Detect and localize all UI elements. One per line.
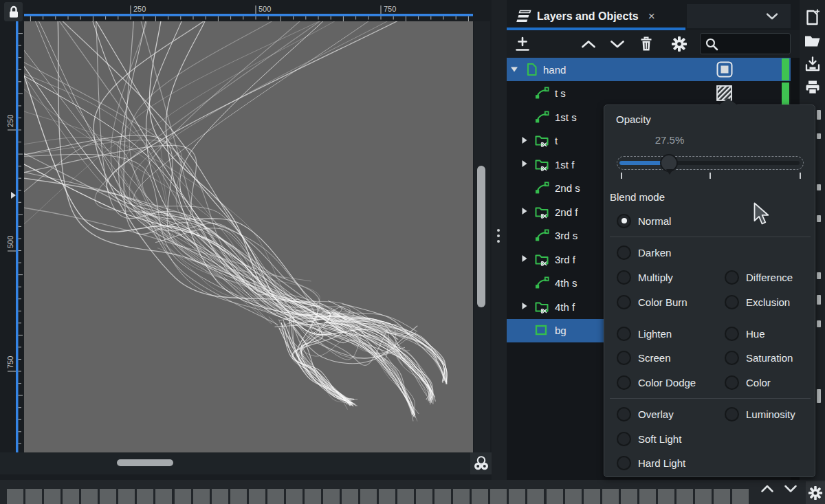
expander-open-icon[interactable]	[510, 65, 518, 73]
move-up-button[interactable]	[577, 33, 600, 55]
palette-swatch[interactable]	[714, 489, 730, 504]
blend-mode-lighten[interactable]: Lighten	[617, 325, 672, 342]
palette-swatch[interactable]	[434, 489, 451, 504]
blend-mode-hue[interactable]: Hue	[725, 325, 765, 342]
tab-close-button[interactable]: ×	[648, 10, 655, 22]
blend-mode-soft-light[interactable]: Soft Light	[617, 430, 681, 448]
layer-row-hand[interactable]: hand	[507, 58, 791, 81]
move-down-button[interactable]	[606, 33, 629, 55]
palette-swatch[interactable]	[509, 489, 525, 504]
blend-mode-darken[interactable]: Darken	[617, 243, 671, 261]
radio-button[interactable]	[725, 351, 739, 365]
expander-closed-icon[interactable]	[520, 160, 528, 168]
palette-swatch[interactable]	[602, 489, 619, 504]
palette-swatch[interactable]	[193, 489, 210, 504]
panel-splitter[interactable]	[492, 0, 507, 480]
palette-swatch[interactable]	[472, 489, 488, 504]
blend-opacity-badge[interactable]	[716, 61, 733, 80]
blend-mode-saturation[interactable]: Saturation	[725, 349, 793, 366]
palette-swatch[interactable]	[584, 489, 600, 504]
color-managed-mode-button[interactable]	[470, 452, 492, 474]
horizontal-scrollbar-thumb[interactable]	[117, 459, 173, 466]
palette-swatch[interactable]	[676, 489, 693, 504]
palette-scroll-down-button[interactable]	[782, 482, 799, 494]
palette-swatch[interactable]	[100, 489, 116, 504]
tab-layers-and-objects[interactable]: Layers and Objects ×	[507, 4, 685, 28]
vertical-scrollbar-thumb[interactable]	[477, 166, 485, 307]
palette-swatch[interactable]	[137, 489, 153, 504]
expander-closed-icon[interactable]	[520, 207, 528, 215]
layer-settings-button[interactable]	[668, 33, 691, 55]
palette-swatch[interactable]	[212, 489, 228, 504]
blend-mode-exclusion[interactable]: Exclusion	[725, 293, 790, 311]
radio-button[interactable]	[617, 407, 631, 421]
radio-button[interactable]	[617, 214, 631, 228]
panel-dropdown-area[interactable]	[687, 4, 791, 28]
radio-button[interactable]	[725, 295, 739, 309]
radio-button[interactable]	[725, 407, 739, 421]
delete-item-button[interactable]	[635, 33, 658, 55]
blend-mode-multiply[interactable]: Multiply	[617, 268, 673, 286]
radio-button[interactable]	[725, 375, 739, 390]
print-button[interactable]	[803, 77, 822, 98]
blend-mode-color[interactable]: Color	[725, 373, 771, 391]
palette-swatch[interactable]	[658, 489, 674, 504]
radio-button[interactable]	[617, 327, 631, 341]
search-box[interactable]	[700, 33, 791, 54]
palette-swatch[interactable]	[118, 489, 135, 504]
palette-swatch[interactable]	[360, 489, 377, 504]
palette-swatch[interactable]	[397, 489, 414, 504]
add-layer-button[interactable]	[511, 33, 534, 55]
radio-button[interactable]	[617, 295, 631, 309]
palette-swatch[interactable]	[639, 489, 656, 504]
palette-swatch[interactable]	[249, 489, 265, 504]
open-folder-button[interactable]	[803, 30, 822, 51]
radio-button[interactable]	[617, 432, 631, 446]
opacity-indicator-icon[interactable]	[716, 61, 733, 78]
search-input[interactable]	[721, 38, 786, 50]
radio-button[interactable]	[617, 456, 631, 470]
palette-swatch[interactable]	[305, 489, 321, 504]
palette-swatch[interactable]	[267, 489, 284, 504]
blend-mode-overlay[interactable]: Overlay	[617, 405, 674, 423]
palette-swatch[interactable]	[527, 489, 544, 504]
new-document-button[interactable]	[803, 7, 822, 28]
palette-swatch[interactable]	[286, 489, 302, 504]
palette-swatch[interactable]	[342, 489, 358, 504]
palette-swatch[interactable]	[695, 489, 712, 504]
blend-mode-normal[interactable]: Normal	[617, 212, 671, 230]
radio-button[interactable]	[725, 327, 739, 341]
layer-row-t-s[interactable]: t s	[507, 82, 791, 105]
radio-button[interactable]	[617, 375, 631, 390]
expander-closed-icon[interactable]	[520, 254, 528, 263]
layer-highlight-tag[interactable]	[782, 58, 789, 80]
expander-closed-icon[interactable]	[520, 136, 528, 144]
palette-swatch[interactable]	[25, 489, 42, 504]
palette-swatch[interactable]	[44, 489, 60, 504]
palette-swatch[interactable]	[416, 489, 432, 504]
blend-mode-luminosity[interactable]: Luminosity	[725, 405, 795, 423]
layer-highlight-tag[interactable]	[782, 83, 789, 105]
vertical-ruler[interactable]: 250500750	[4, 21, 23, 452]
palette-swatch[interactable]	[81, 489, 98, 504]
palette-swatch[interactable]	[379, 489, 395, 504]
blend-mode-hard-light[interactable]: Hard Light	[617, 454, 685, 472]
vertical-scrollbar[interactable]	[474, 21, 490, 452]
opacity-slider-handle[interactable]	[660, 154, 678, 172]
palette-settings-button[interactable]	[806, 481, 825, 504]
radio-button[interactable]	[617, 270, 631, 285]
palette-swatch[interactable]	[7, 489, 23, 504]
palette-swatch[interactable]	[453, 489, 470, 504]
palette-swatch[interactable]	[565, 489, 582, 504]
palette-scroll-up-button[interactable]	[759, 482, 776, 494]
blend-mode-difference[interactable]: Difference	[725, 268, 793, 286]
radio-button[interactable]	[617, 351, 631, 365]
blend-mode-screen[interactable]: Screen	[617, 349, 671, 366]
ruler-lock-button[interactable]	[4, 2, 23, 21]
palette-swatch[interactable]	[175, 489, 191, 504]
palette-swatch[interactable]	[230, 489, 247, 504]
radio-button[interactable]	[725, 270, 739, 285]
radio-button[interactable]	[617, 245, 631, 260]
palette-swatch[interactable]	[621, 489, 637, 504]
palette-swatch[interactable]	[155, 489, 172, 504]
